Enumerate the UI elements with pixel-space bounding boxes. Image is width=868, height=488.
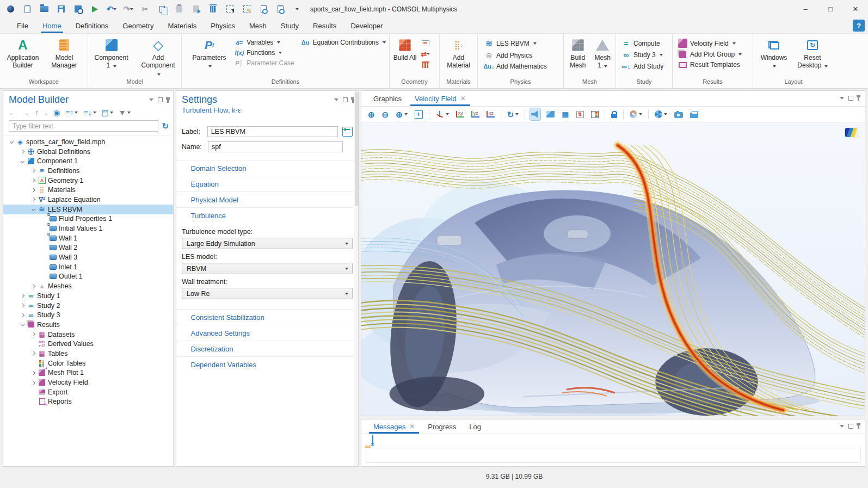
virtual-operations-button[interactable] bbox=[421, 61, 430, 69]
lock-axes-icon[interactable] bbox=[610, 108, 618, 120]
refresh-icon[interactable]: ↻ bbox=[162, 121, 169, 131]
tree-item-wall-1[interactable]: Wall 1 bbox=[3, 233, 173, 243]
tree-expander[interactable] bbox=[29, 169, 37, 172]
view-xy-icon[interactable]: xy bbox=[455, 108, 465, 120]
turbulence-model-type-select[interactable]: Large Eddy Simulation bbox=[182, 238, 353, 249]
import-geometry-button[interactable] bbox=[421, 39, 430, 47]
zoom-extents-icon[interactable] bbox=[414, 108, 424, 120]
menu-home[interactable]: Home bbox=[35, 18, 69, 33]
menu-developer[interactable]: Developer bbox=[343, 18, 390, 33]
add-study-button[interactable]: ∞↓ Add Study bbox=[621, 62, 663, 71]
new-file-button[interactable] bbox=[21, 3, 33, 15]
menu-geometry[interactable]: Geometry bbox=[115, 18, 161, 33]
run-button[interactable] bbox=[89, 3, 101, 15]
tree-item-study-3[interactable]: ∞ Study 3 bbox=[3, 310, 173, 320]
grid-icon[interactable]: ▦ bbox=[561, 108, 570, 120]
tree-item-les-rbvm[interactable]: ≋ LES RBVM bbox=[3, 205, 173, 214]
close-tab-icon[interactable]: ✕ bbox=[460, 95, 466, 102]
forward-icon[interactable]: → bbox=[22, 108, 29, 117]
panel-menu-icon[interactable] bbox=[334, 98, 338, 101]
menu-definitions[interactable]: Definitions bbox=[69, 18, 116, 33]
view-arrows-icon[interactable]: ⇅ bbox=[575, 108, 585, 120]
tree-expander[interactable] bbox=[19, 150, 26, 153]
tree-expander[interactable] bbox=[8, 140, 15, 143]
minimize-button[interactable]: – bbox=[793, 0, 818, 18]
tree-item-study-1[interactable]: ∞ Study 1 bbox=[3, 291, 173, 301]
name-input[interactable] bbox=[208, 141, 343, 152]
help-button[interactable]: ? bbox=[853, 20, 865, 32]
environment-reflections-icon[interactable] bbox=[654, 108, 668, 120]
tree-expander[interactable] bbox=[29, 179, 37, 182]
transparency-icon[interactable] bbox=[530, 108, 540, 120]
pin-panel-icon[interactable] bbox=[858, 423, 859, 429]
float-panel-icon[interactable] bbox=[158, 97, 163, 102]
panel-menu-icon[interactable] bbox=[840, 97, 844, 100]
open-file-button[interactable] bbox=[38, 3, 50, 15]
physics-interface-dropdown[interactable]: ≋ LES RBVM bbox=[484, 39, 547, 48]
model-manager-button[interactable]: Model Manager bbox=[45, 37, 84, 70]
mesh-1-button[interactable]: Mesh 1 bbox=[593, 37, 612, 70]
expand-all-icon[interactable]: ≡↓ bbox=[83, 108, 96, 117]
build-all-button[interactable]: Build All bbox=[393, 37, 417, 61]
tree-item-component-1[interactable]: Component 1 bbox=[3, 156, 173, 166]
open-message-window-icon[interactable] bbox=[372, 436, 373, 446]
draw-select-button[interactable] bbox=[241, 3, 253, 15]
section-discretization[interactable]: Discretization bbox=[176, 341, 358, 356]
section-advanced-settings[interactable]: Advanced Settings bbox=[176, 325, 358, 341]
panel-menu-icon[interactable] bbox=[840, 425, 844, 428]
tree-expander[interactable] bbox=[19, 314, 26, 317]
label-action-button[interactable] bbox=[342, 127, 353, 137]
tree-item-meshes[interactable]: ▲ Meshes bbox=[3, 281, 173, 291]
tree-item-wall-3[interactable]: Wall 3 bbox=[3, 252, 173, 262]
tab-graphics[interactable]: Graphics bbox=[367, 91, 408, 106]
tree-item-materials[interactable]: ⣿ Materials bbox=[3, 185, 173, 195]
tree-item-wall-2[interactable]: Wall 2 bbox=[3, 243, 173, 253]
model-tree-nodes-icon[interactable]: ▤ bbox=[102, 108, 113, 117]
find-button[interactable] bbox=[257, 3, 269, 15]
menu-materials[interactable]: Materials bbox=[161, 18, 204, 33]
tab-progress[interactable]: Progress bbox=[421, 419, 463, 434]
tree-item-definitions[interactable]: ≡ Definitions bbox=[3, 166, 173, 176]
functions-button[interactable]: f(x) Functions bbox=[235, 49, 294, 57]
show-icon[interactable]: ◉ bbox=[53, 108, 60, 117]
tree-expander[interactable] bbox=[29, 189, 37, 192]
tree-item-root-mph[interactable]: ◈ sports_car_flow_field.mph bbox=[3, 137, 173, 147]
save-button[interactable] bbox=[55, 3, 67, 15]
add-physics-button[interactable]: ⊛ Add Physics bbox=[484, 51, 547, 60]
copy-button[interactable] bbox=[156, 3, 168, 15]
close-tab-icon[interactable]: ✕ bbox=[409, 423, 415, 430]
move-up-icon[interactable]: ↑ bbox=[35, 108, 39, 117]
tree-item-fluid-properties-1[interactable]: Fluid Properties 1 bbox=[3, 214, 173, 224]
float-panel-icon[interactable] bbox=[848, 96, 853, 101]
go-to-view-icon[interactable] bbox=[434, 108, 450, 120]
tab-velocity-field[interactable]: Velocity Field ✕ bbox=[408, 91, 472, 106]
select-box-button[interactable] bbox=[224, 3, 236, 15]
section-consistent-stabilization[interactable]: Consistent Stabilization bbox=[176, 309, 358, 325]
section-physical-model[interactable]: Physical Model bbox=[176, 192, 358, 207]
add-plot-group-button[interactable]: Add Plot Group bbox=[678, 51, 742, 58]
tree-item-results[interactable]: Results bbox=[3, 320, 173, 330]
settings-scrollbar[interactable] bbox=[354, 91, 358, 466]
zoom-out-icon[interactable]: ⊖ bbox=[381, 108, 390, 120]
tree-item-geometry-1[interactable]: A Geometry 1 bbox=[3, 176, 173, 186]
tree-expander[interactable] bbox=[29, 381, 37, 384]
paste-button[interactable] bbox=[173, 3, 185, 15]
wall-treatment-select[interactable]: Low Re bbox=[182, 288, 353, 299]
float-panel-icon[interactable] bbox=[848, 424, 853, 429]
tree-expander[interactable] bbox=[19, 304, 26, 307]
application-builder-button[interactable]: A Application Builder bbox=[3, 37, 42, 70]
tree-item-datasets[interactable]: ▦ Datasets bbox=[3, 330, 173, 339]
windows-button[interactable]: Windows bbox=[758, 37, 790, 70]
component-1-button[interactable]: Component 1 bbox=[92, 37, 131, 70]
pin-panel-icon[interactable] bbox=[858, 95, 859, 101]
tree-expander[interactable] bbox=[19, 294, 26, 297]
equation-contributions-button[interactable]: Δu Equation Contributions bbox=[301, 39, 386, 46]
result-templates-button[interactable]: Result Templates bbox=[678, 61, 742, 69]
tree-expander[interactable] bbox=[29, 285, 37, 288]
tree-expander[interactable] bbox=[29, 198, 37, 201]
tree-item-reports[interactable]: Reports bbox=[3, 397, 173, 407]
compute-button[interactable]: = Compute bbox=[621, 39, 663, 48]
tree-expander[interactable] bbox=[29, 333, 37, 336]
scene-light-icon[interactable] bbox=[545, 108, 556, 120]
snapshot-icon[interactable] bbox=[673, 108, 684, 120]
